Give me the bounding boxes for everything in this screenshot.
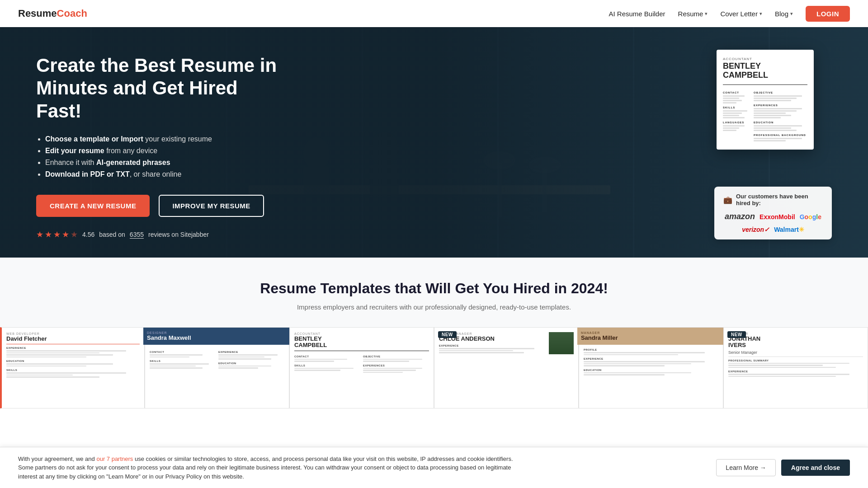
nav-links: AI Resume Builder Resume ▾ Cover Letter … bbox=[609, 6, 850, 22]
template-card-5[interactable]: MANAGER Sandra Miller PROFILE EXPERIENCE… bbox=[579, 327, 723, 408]
chevron-down-icon: ▾ bbox=[705, 11, 708, 17]
hero-content: Create the Best Resume in Minutes and Ge… bbox=[0, 27, 362, 239]
template-card-1[interactable]: WEB DEVELOPER David Fletcher EXPERIENCE … bbox=[0, 327, 145, 408]
rating-text: based on bbox=[99, 231, 125, 238]
amazon-logo: amazon bbox=[725, 212, 755, 221]
rc-languages-title: LANGUAGES bbox=[723, 121, 750, 124]
template-card-2[interactable]: DESIGNER Sandra Maxwell CONTACT SKILLS bbox=[145, 327, 289, 408]
hero-resume-card: ACCOUNTANT BENTLEY CAMPBELL CONTACT SKIL… bbox=[717, 50, 814, 150]
rc-objective-title: OBJECTIVE bbox=[754, 91, 807, 94]
bullet-1: Choose a template or Import your existin… bbox=[45, 135, 335, 143]
new-badge-6: NEW bbox=[727, 331, 746, 338]
hero-bullets: Choose a template or Import your existin… bbox=[36, 135, 335, 178]
verizon-logo: verizon✓ bbox=[742, 226, 769, 233]
star-4: ★ bbox=[62, 230, 69, 239]
rc-col-right: OBJECTIVE EXPERIENCES EDUCATION PROFESSI… bbox=[754, 89, 807, 142]
bullet-2: Edit your resume from any device bbox=[45, 147, 335, 155]
nav-blog[interactable]: Blog ▾ bbox=[775, 10, 793, 18]
hired-by-box: 💼 Our customers have been hired by: amaz… bbox=[714, 187, 832, 239]
rc-experiences-title: EXPERIENCES bbox=[754, 104, 807, 107]
templates-subtitle: Impress employers and recruiters with ou… bbox=[0, 303, 868, 311]
create-resume-button[interactable]: CREATE A NEW RESUME bbox=[36, 195, 150, 217]
logo[interactable]: ResumeCoach bbox=[18, 8, 87, 19]
rating-score: 4.56 bbox=[82, 231, 94, 238]
navbar: ResumeCoach AI Resume Builder Resume ▾ C… bbox=[0, 0, 868, 27]
chevron-down-icon: ▾ bbox=[760, 11, 762, 17]
template-card-3[interactable]: ACCOUNTANT BENTLEYCAMPBELL CONTACT SKILL… bbox=[289, 327, 434, 408]
rc-education-title: EDUCATION bbox=[754, 121, 807, 124]
rating-row: ★ ★ ★ ★ ★ 4.56 based on 6355 reviews on … bbox=[36, 230, 335, 239]
rating-count-link[interactable]: 6355 bbox=[130, 231, 144, 239]
tc-label-1: WEB DEVELOPER bbox=[6, 332, 140, 335]
templates-carousel: WEB DEVELOPER David Fletcher EXPERIENCE … bbox=[0, 327, 868, 408]
template-card-6[interactable]: NEW DIRECTOR JONATHANIVERS Senior Manage… bbox=[723, 327, 868, 408]
rc-col-left: CONTACT SKILLS LANGUAGES bbox=[723, 89, 750, 142]
rc-divider bbox=[723, 84, 807, 85]
bullet-4: Download in PDF or TXT, or share online bbox=[45, 170, 335, 178]
bullet-3: Enhance it with AI-generated phrases bbox=[45, 159, 335, 167]
tc-name-1: David Fletcher bbox=[6, 336, 140, 342]
exxon-e: Exxon bbox=[760, 213, 778, 221]
chevron-down-icon: ▾ bbox=[790, 11, 793, 17]
walmart-star-icon: ✳ bbox=[799, 226, 804, 233]
rc-two-col: CONTACT SKILLS LANGUAGES OBJECTIVE bbox=[723, 89, 807, 142]
star-3: ★ bbox=[53, 230, 61, 239]
walmart-logo: Walmart✳ bbox=[774, 226, 804, 233]
rc-name: BENTLEY CAMPBELL bbox=[723, 62, 807, 80]
login-button[interactable]: LOGIN bbox=[806, 6, 850, 22]
star-rating: ★ ★ ★ ★ ★ bbox=[36, 230, 78, 239]
nav-cover-letter[interactable]: Cover Letter ▾ bbox=[720, 10, 762, 18]
templates-title: Resume Templates that Will Get You Hired… bbox=[0, 280, 868, 297]
rating-suffix: reviews on Sitejabber bbox=[148, 231, 209, 238]
star-2: ★ bbox=[45, 230, 52, 239]
rc-skills-title: SKILLS bbox=[723, 106, 750, 109]
rc-contact-title: CONTACT bbox=[723, 91, 750, 94]
rc-job-label: ACCOUNTANT bbox=[723, 57, 807, 61]
hero-section: Create the Best Resume in Minutes and Ge… bbox=[0, 27, 868, 258]
logo-coach: Coach bbox=[57, 8, 87, 19]
tc-name-3: BENTLEYCAMPBELL bbox=[294, 336, 429, 349]
exxon-logo: ExxonMobil bbox=[760, 213, 795, 221]
exxon-mobil: Mobil bbox=[778, 213, 795, 221]
new-badge-4: NEW bbox=[438, 331, 457, 338]
improve-resume-button[interactable]: IMPROVE MY RESUME bbox=[159, 195, 264, 217]
template-card-4[interactable]: NEW EVENT MANAGER CHLOE ANDERSON EXPERIE… bbox=[434, 327, 579, 408]
briefcase-icon: 💼 bbox=[723, 196, 732, 204]
google-logo: Google bbox=[800, 212, 821, 221]
hired-logos: amazon ExxonMobil Google verizon✓ Walmar… bbox=[723, 212, 823, 233]
star-1: ★ bbox=[36, 230, 43, 239]
hired-by-header: 💼 Our customers have been hired by: bbox=[723, 193, 823, 206]
tc-name-2: Sandra Maxwell bbox=[147, 334, 287, 341]
nav-ai-resume-builder[interactable]: AI Resume Builder bbox=[609, 10, 665, 18]
hero-title: Create the Best Resume in Minutes and Ge… bbox=[36, 54, 285, 122]
templates-section: Resume Templates that Will Get You Hired… bbox=[0, 258, 868, 408]
rc-professional-title: PROFESSIONAL BACKGROUND bbox=[754, 134, 807, 136]
tc-name-6: JONATHANIVERS bbox=[728, 336, 863, 349]
templates-carousel-wrapper: WEB DEVELOPER David Fletcher EXPERIENCE … bbox=[0, 327, 868, 408]
hero-buttons: CREATE A NEW RESUME IMPROVE MY RESUME bbox=[36, 195, 335, 217]
star-5-half: ★ bbox=[71, 230, 78, 239]
tc-name-5: Sandra Miller bbox=[581, 334, 721, 341]
logo-resume: Resume bbox=[18, 8, 57, 19]
nav-resume[interactable]: Resume ▾ bbox=[678, 10, 708, 18]
